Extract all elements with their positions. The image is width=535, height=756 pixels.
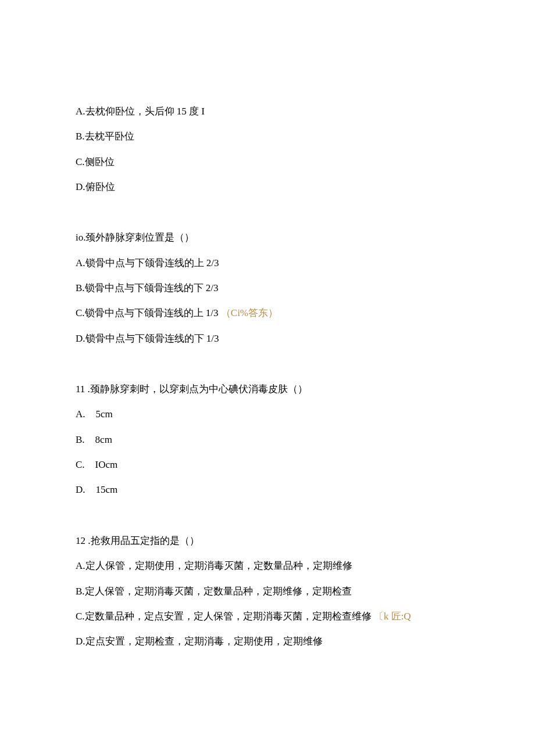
q11-option-a-label: A. [76, 409, 85, 420]
q10-option-a: A.锁骨中点与下颌骨连线的上 2/3 [76, 250, 459, 275]
q12-option-c-text: C.定数量品种，定点安置，定人保管，定期消毒灭菌，定期检查维修 [76, 611, 372, 622]
q11-option-b-value: 8cm [95, 434, 112, 445]
q12-option-c: C.定数量品种，定点安置，定人保管，定期消毒灭菌，定期检查维修 〔k 匠:Q [76, 604, 459, 629]
q11-option-c-label: C. [76, 459, 85, 470]
q10-option-b: B.锁骨中点与下颌骨连线的下 2/3 [76, 275, 459, 300]
spacer [76, 351, 459, 377]
q10-stem: io.颈外静脉穿刺位置是（） [76, 225, 459, 250]
q11-option-a: A.5cm [76, 402, 459, 427]
q9-option-d: D.俯卧位 [76, 174, 459, 199]
q9-option-a: A.去枕仰卧位，头后仰 15 度 I [76, 99, 459, 124]
q11-option-c: C.IOcm [76, 452, 459, 477]
q12-option-c-annotation: 〔k 匠:Q [374, 611, 411, 622]
spacer [76, 503, 459, 528]
q12-option-b: B.定人保管，定期消毒灭菌，定数量品种，定期维修，定期检查 [76, 579, 459, 604]
q11-option-b: B.8cm [76, 427, 459, 452]
q11-option-c-value: IOcm [95, 459, 118, 470]
q11-option-d: D.15cm [76, 477, 459, 502]
q12-option-d: D.定点安置，定期检查，定期消毒，定期使用，定期维修 [76, 629, 459, 654]
q12-stem: 12 .抢救用品五定指的是（） [76, 528, 459, 553]
spacer [76, 199, 459, 225]
q11-option-a-value: 5cm [96, 409, 113, 420]
q11-option-d-label: D. [76, 484, 85, 495]
q11-option-b-label: B. [76, 434, 85, 445]
q9-option-b: B.去枕平卧位 [76, 124, 459, 149]
q10-option-c-annotation: （Ci%答东） [221, 307, 278, 318]
q12-option-a: A.定人保管，定期使用，定期消毒灭菌，定数量品种，定期维修 [76, 553, 459, 578]
q11-option-d-value: 15cm [96, 484, 118, 495]
q10-option-c: C.锁骨中点与下颌骨连线的上 1/3 （Ci%答东） [76, 300, 459, 325]
q10-option-d: D.锁骨中点与下颌骨连线的下 1/3 [76, 326, 459, 351]
q11-stem: 11 .颈静脉穿刺时，以穿刺点为中心碘伏消毒皮肤（） [76, 377, 459, 402]
q9-option-c: C.侧卧位 [76, 149, 459, 174]
document-page: A.去枕仰卧位，头后仰 15 度 I B.去枕平卧位 C.侧卧位 D.俯卧位 i… [0, 0, 535, 654]
q10-option-c-text: C.锁骨中点与下颌骨连线的上 1/3 [76, 307, 219, 318]
